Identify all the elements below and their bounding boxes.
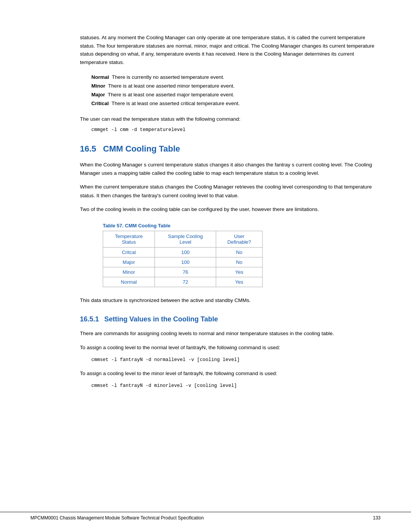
table-cell-r3-c2: Yes xyxy=(216,277,263,287)
section-16-5-para3: Two of the cooling levels in the cooling… xyxy=(80,205,381,214)
table-row: Critcal100No xyxy=(103,248,263,257)
section-16-5-para4: This data structure is synchronized betw… xyxy=(80,296,381,305)
content-area: statuses. At any moment the Cooling Mana… xyxy=(80,34,381,388)
section-16-5-1-para1: There are commands for assigning cooling… xyxy=(80,329,381,338)
def-normal-term: Normal xyxy=(91,74,109,80)
table-cell-r3-c1: 72 xyxy=(155,277,216,287)
section-16-5-heading: 16.5 CMM Cooling Table xyxy=(80,144,381,154)
section-16-5-1-heading: 16.5.1 Setting Values in the Cooling Tab… xyxy=(80,315,381,323)
cooling-table: TemperatureStatus Sample CoolingLevel Us… xyxy=(103,231,263,287)
col-user-definable: UserDefinable? xyxy=(216,231,263,248)
definition-list: Normal There is currently no asserted te… xyxy=(91,73,381,108)
section-16-5-num: 16.5 xyxy=(80,144,96,154)
footer-left: MPCMM0001 Chassis Management Module Soft… xyxy=(30,515,204,521)
section-16-5-1-num: 16.5.1 xyxy=(80,315,99,323)
def-critical-term: Critical xyxy=(91,101,109,106)
table-row: Normal72Yes xyxy=(103,277,263,287)
cooling-table-body: Critcal100NoMajor100NoMinor76YesNormal72… xyxy=(103,248,263,287)
temp-status-text: The user can read the temperature status… xyxy=(80,115,381,123)
cmd2-code: cmmset -l fantrayN -d minorlevel -v [coo… xyxy=(91,383,381,388)
col-temperature-status: TemperatureStatus xyxy=(103,231,155,248)
section-16-5-1-title: Setting Values in the Cooling Table xyxy=(104,315,218,323)
section-16-5-para2: When the current temperature status chan… xyxy=(80,183,381,200)
section-16-5-1-para2: To assign a cooling level to the normal … xyxy=(80,343,381,352)
table-row: Major100No xyxy=(103,257,263,267)
table-caption: Table 57. CMM Cooling Table xyxy=(103,223,381,228)
table-cell-r2-c1: 76 xyxy=(155,267,216,277)
table-cell-r0-c1: 100 xyxy=(155,248,216,257)
table-cell-r3-c0: Normal xyxy=(103,277,155,287)
table-cell-r1-c2: No xyxy=(216,257,263,267)
def-critical: Critical There is at least one asserted … xyxy=(91,99,381,108)
table-cell-r0-c0: Critcal xyxy=(103,248,155,257)
header-symbol-text xyxy=(301,16,381,21)
header-symbols xyxy=(0,15,411,22)
cmd1-code: cmmset -l fantrayN -d normallevel -v [co… xyxy=(91,357,381,363)
table-row: Minor76Yes xyxy=(103,267,263,277)
def-minor: Minor There is at least one asserted min… xyxy=(91,82,381,91)
table-cell-r1-c0: Major xyxy=(103,257,155,267)
cooling-table-container: Table 57. CMM Cooling Table TemperatureS… xyxy=(80,223,381,287)
table-cell-r1-c1: 100 xyxy=(155,257,216,267)
section-16-5-1-para3: To assign a cooling level to the minor l… xyxy=(80,369,381,378)
table-cell-r0-c2: No xyxy=(216,248,263,257)
def-major: Major There is at least one asserted maj… xyxy=(91,91,381,99)
footer-right: 133 xyxy=(373,515,381,521)
footer: MPCMM0001 Chassis Management Module Soft… xyxy=(0,512,411,521)
table-header-row: TemperatureStatus Sample CoolingLevel Us… xyxy=(103,231,263,248)
section-16-5-title: CMM Cooling Table xyxy=(103,144,180,154)
table-cell-r2-c0: Minor xyxy=(103,267,155,277)
intro-para1: statuses. At any moment the Cooling Mana… xyxy=(80,34,381,66)
temp-command-code: cmmget -l cmm -d temperaturelevel xyxy=(91,127,381,133)
def-normal: Normal There is currently no asserted te… xyxy=(91,73,381,82)
def-major-term: Major xyxy=(91,92,105,97)
table-cell-r2-c2: Yes xyxy=(216,267,263,277)
section-16-5-para1: When the Cooling Manager s current tempe… xyxy=(80,161,381,178)
col-sample-cooling-level: Sample CoolingLevel xyxy=(155,231,216,248)
page-container: statuses. At any moment the Cooling Mana… xyxy=(0,0,411,532)
def-minor-term: Minor xyxy=(91,83,105,89)
